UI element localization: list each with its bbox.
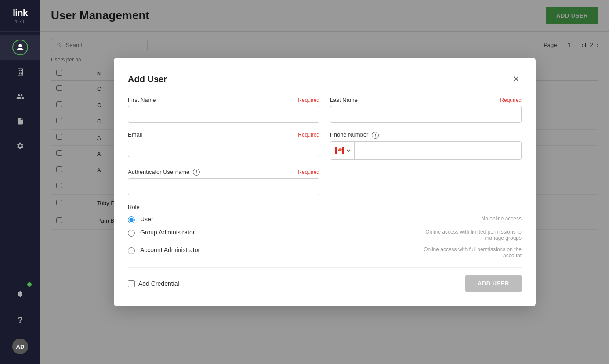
email-required: Required [298,132,319,138]
role-section: Role User No online access Group Adminis… [128,204,522,259]
notification-dot [27,282,32,287]
phone-label-row: Phone Number i [330,131,522,139]
sidebar-item-settings[interactable] [0,133,40,158]
first-name-label: First Name [128,97,156,103]
role-option-group-admin: Group Administrator Online access with l… [128,229,522,241]
add-user-modal: Add User ✕ First Name Required Last Name… [114,58,536,306]
role-group-admin-name: Group Administrator [140,229,195,241]
role-label: Role [128,204,522,210]
modal-overlay: Add User ✕ First Name Required Last Name… [40,0,609,364]
sidebar-item-notifications[interactable] [8,281,33,306]
last-name-input[interactable] [330,106,522,123]
phone-info-icon[interactable]: i [372,132,379,139]
phone-number-input[interactable] [355,143,521,159]
modal-close-button[interactable]: ✕ [511,72,522,86]
auth-label-row: Authenticator Username i Required [128,169,319,176]
first-name-group: First Name Required [128,97,319,123]
modal-header: Add User ✕ [128,72,522,86]
email-phone-row: Email Required Phone Number i [128,131,522,160]
role-radio-user[interactable] [128,216,135,223]
last-name-group: Last Name Required [330,97,522,123]
main-content: User Management ADD USER Page of 2 › Use… [40,0,609,364]
role-user-desc: No online access [482,216,522,223]
add-credential-wrap: Add Credential [128,280,179,287]
sidebar-nav [0,32,40,281]
sidebar: link 1.7.0 [0,0,40,364]
user-avatar: AD [12,339,28,354]
modal-title: Add User [128,74,167,84]
auth-info-icon[interactable]: i [193,169,200,176]
sidebar-bottom: ? AD [8,281,33,364]
email-label: Email [128,131,142,138]
phone-group: Phone Number i 🍁 [330,131,522,160]
sidebar-item-building[interactable] [0,60,40,84]
phone-label: Phone Number i [330,131,379,139]
role-group-admin-info: Group Administrator Online access with l… [140,229,522,241]
email-input[interactable] [128,141,319,157]
add-credential-checkbox[interactable] [128,280,135,287]
documents-icon [12,113,28,129]
role-group-admin-desc: Online access with limited permissions t… [407,229,522,241]
email-label-row: Email Required [128,131,319,138]
groups-icon [12,89,28,105]
settings-icon [12,138,28,154]
role-account-admin-desc: Online access with full permissions on t… [407,246,522,259]
phone-dropdown-chevron [347,148,350,151]
auth-username-input[interactable] [128,178,319,195]
last-name-label-row: Last Name Required [330,97,522,103]
auth-username-group: Authenticator Username i Required [128,169,319,195]
role-option-account-admin: Account Administrator Online access with… [128,246,522,259]
ca-flag-icon: 🍁 [335,147,344,154]
role-option-user: User No online access [128,216,522,223]
sidebar-item-documents[interactable] [0,109,40,133]
first-name-required: Required [298,97,319,103]
help-icon: ? [12,312,28,328]
phone-input-wrapper: 🍁 [330,141,522,160]
email-group: Email Required [128,131,319,160]
auth-username-label: Authenticator Username i [128,169,200,176]
name-row: First Name Required Last Name Required [128,97,522,123]
role-radio-account-admin[interactable] [128,247,135,254]
building-icon [12,64,28,80]
role-user-name: User [140,216,153,223]
app-logo: link 1.7.0 [0,0,40,32]
first-name-input[interactable] [128,106,319,123]
auth-row: Authenticator Username i Required [128,169,522,195]
last-name-label: Last Name [330,97,358,103]
app-version: 1.7.0 [15,19,25,24]
bell-icon [12,286,28,302]
role-account-admin-name: Account Administrator [140,246,200,259]
user-icon [12,40,28,55]
role-radio-group-admin[interactable] [128,230,135,237]
sidebar-item-avatar[interactable]: AD [8,334,33,359]
sidebar-item-help[interactable]: ? [8,308,33,332]
app-name: link [13,7,28,19]
first-name-label-row: First Name Required [128,97,319,103]
role-account-admin-info: Account Administrator Online access with… [140,246,522,259]
sidebar-item-user[interactable] [0,35,40,60]
phone-country-selector[interactable]: 🍁 [330,142,355,159]
last-name-required: Required [500,97,522,103]
add-credential-label: Add Credential [138,280,179,287]
modal-submit-button[interactable]: ADD USER [465,275,522,292]
sidebar-item-groups[interactable] [0,84,40,109]
modal-footer: Add Credential ADD USER [128,267,522,292]
role-user-info: User No online access [140,216,522,223]
auth-required: Required [298,169,319,175]
